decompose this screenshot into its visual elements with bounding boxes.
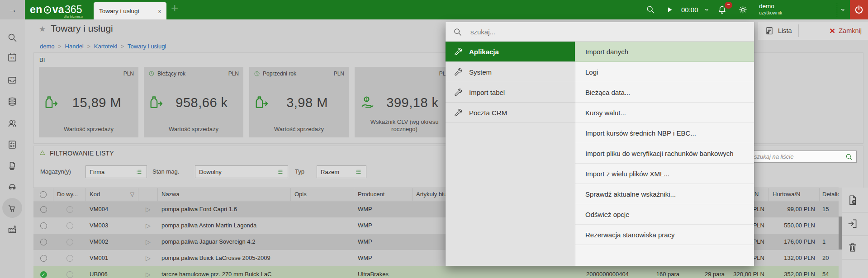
row-radio[interactable]	[40, 222, 47, 229]
col-kod[interactable]: Kod▽	[86, 188, 138, 201]
row-radio[interactable]	[40, 239, 47, 245]
user-menu[interactable]: demo uzytkownik	[759, 3, 782, 15]
tab-close-icon[interactable]: x	[158, 8, 161, 14]
new-tab-button[interactable]: +	[171, 1, 178, 15]
col-do-wyslania[interactable]: Do wy...	[53, 188, 86, 201]
expand-icon[interactable]: ▷	[146, 201, 151, 217]
do-wyslania-radio[interactable]	[66, 255, 73, 262]
breadcrumb-link[interactable]: Handel	[65, 43, 84, 50]
cell-opis	[291, 217, 354, 234]
cell-producent: WMP	[354, 250, 413, 266]
zamknij-button[interactable]: × Zamknij	[823, 22, 868, 40]
category-import-tabel[interactable]: Import tabel	[446, 82, 575, 103]
add-document-icon[interactable]	[847, 194, 859, 206]
list-search-input[interactable]	[750, 151, 857, 163]
import-document-icon[interactable]	[847, 218, 859, 230]
menu-item-biezaca-data[interactable]: Bieżąca data...	[575, 82, 754, 103]
filter-funnel-icon[interactable]: ▽	[130, 191, 134, 198]
scrollbar-thumb[interactable]	[839, 217, 842, 250]
search-icon[interactable]	[7, 32, 18, 43]
menu-item-import-kursow[interactable]: Import kursów średnich NBP i EBC...	[575, 123, 754, 143]
filter-section-header[interactable]: FILTROWANIE LISTY	[50, 150, 114, 157]
bi-caption: Wartość sprzedaży	[43, 126, 135, 133]
cell-detaliczna: 54	[820, 266, 839, 278]
goods-out-icon	[148, 94, 165, 111]
tab-towary-i-uslugi[interactable]: Towary i usługi x	[94, 2, 166, 19]
do-wyslania-radio[interactable]	[66, 206, 73, 213]
breadcrumb-link[interactable]: demo	[40, 43, 55, 50]
row-check-icon[interactable]: ✓	[40, 271, 47, 278]
work-timer[interactable]: 00:00	[681, 6, 698, 14]
timer-caret-down-icon[interactable]	[704, 7, 710, 13]
expand-icon[interactable]: ▷	[146, 217, 151, 234]
do-wyslania-radio[interactable]	[66, 222, 73, 229]
cell-producent: WMP	[354, 217, 413, 234]
user-role: uzytkownik	[759, 10, 782, 15]
row-radio[interactable]	[40, 206, 47, 213]
typ-dropdown[interactable]: Razem	[317, 165, 366, 178]
breadcrumb-link[interactable]: Kartoteki	[94, 43, 117, 50]
col-producent[interactable]: Producent	[354, 188, 413, 201]
category-label: Import tabel	[469, 89, 505, 96]
category-aplikacja[interactable]: Aplikacja	[446, 42, 575, 62]
category-system[interactable]: System	[446, 62, 575, 82]
bi-card-clv[interactable]: PLN 1 399,18 k Wskaźnik CLV (wg okresu r…	[355, 67, 454, 137]
settings-gear-icon[interactable]	[738, 5, 748, 15]
col-hurtowa-n[interactable]: Hurtowa/N	[769, 188, 820, 201]
inbox-icon[interactable]	[7, 75, 18, 85]
actions-separator	[842, 212, 868, 212]
do-wyslania-radio[interactable]	[66, 239, 73, 245]
cell-kod: VM004	[86, 201, 138, 217]
calculator-icon[interactable]	[7, 139, 18, 150]
menu-item-odswiez-opcje[interactable]: Odśwież opcje	[575, 204, 754, 225]
table-row-selected[interactable]: ✓ UB006 ▷ tarcze hamulcowe prz. 270 mm B…	[33, 266, 839, 278]
car-icon[interactable]	[7, 181, 18, 192]
col-opis[interactable]: Opis	[291, 188, 354, 201]
global-search-icon[interactable]	[645, 5, 655, 14]
cell-detaliczna: 15	[820, 201, 839, 217]
expand-icon[interactable]: ▷	[146, 250, 151, 266]
logout-power-button[interactable]	[850, 0, 868, 19]
col-detaliczna[interactable]: Detalicz	[820, 188, 839, 201]
menu-item-import-danych[interactable]: Import danych	[575, 42, 754, 62]
favorite-star-icon[interactable]: ★	[39, 24, 46, 34]
cell-kod: VM002	[86, 234, 138, 250]
list-search-icon[interactable]	[845, 153, 853, 161]
menu-item-logi[interactable]: Logi	[575, 62, 754, 82]
delivery-document-icon[interactable]	[7, 160, 18, 171]
menu-item-kursy-walut[interactable]: Kursy walut...	[575, 103, 754, 123]
shopping-cart-icon[interactable]	[7, 203, 18, 213]
do-wyslania-radio[interactable]	[66, 271, 73, 278]
menu-item-import-pliku-weryfikacji[interactable]: Import pliku do weryfikacji rachunków ba…	[575, 143, 754, 164]
calendar-31-icon[interactable]: 31	[7, 52, 18, 63]
magazyny-dropdown[interactable]: Firma	[85, 165, 147, 178]
breadcrumb-link[interactable]: Towary i usługi	[128, 43, 166, 50]
production-factory-icon[interactable]	[7, 224, 18, 235]
expand-icon[interactable]: ▷	[146, 266, 151, 278]
category-poczta-crm[interactable]: Poczta CRM	[446, 103, 575, 123]
page-title: Towary i usługi	[51, 23, 113, 34]
col-expand	[138, 188, 158, 201]
menu-item-sprawdz-wskazniki[interactable]: Sprawdź aktualne wskaźniki...	[575, 184, 754, 204]
bi-card-sales-current-year[interactable]: Bieżący rok PLN 958,66 k Wartość sprzeda…	[144, 67, 243, 137]
lista-button[interactable]: Lista	[758, 22, 798, 40]
session-caret-down-icon[interactable]	[840, 7, 846, 13]
menu-item-rezerwacja-stanowiska[interactable]: Rezerwacja stanowiska pracy	[575, 225, 754, 245]
menu-item-import-xml[interactable]: Import z wielu plików XML...	[575, 164, 754, 184]
collapse-triangle-icon[interactable]	[39, 149, 46, 156]
delete-trash-icon[interactable]	[847, 241, 859, 253]
contacts-people-icon[interactable]	[7, 118, 18, 129]
stan-dropdown[interactable]: Dowolny	[195, 165, 288, 178]
warehouse-database-icon[interactable]	[7, 96, 18, 107]
list-settings-icon	[764, 26, 774, 36]
select-all-radio[interactable]	[33, 188, 53, 201]
expand-icon[interactable]: ▷	[146, 234, 151, 250]
bi-card-sales-total[interactable]: PLN 15,89 M Wartość sprzedaży	[39, 67, 138, 137]
overlay-search-bar[interactable]	[446, 22, 754, 42]
row-radio[interactable]	[40, 255, 47, 262]
overlay-search-input[interactable]	[470, 28, 652, 36]
sidebar-expand-button[interactable]: →	[0, 0, 25, 19]
bi-card-sales-previous-year[interactable]: Poprzedni rok PLN 3,98 M Wartość sprzeda…	[249, 67, 349, 137]
play-icon[interactable]	[666, 6, 674, 14]
col-nazwa[interactable]: Nazwa	[158, 188, 291, 201]
